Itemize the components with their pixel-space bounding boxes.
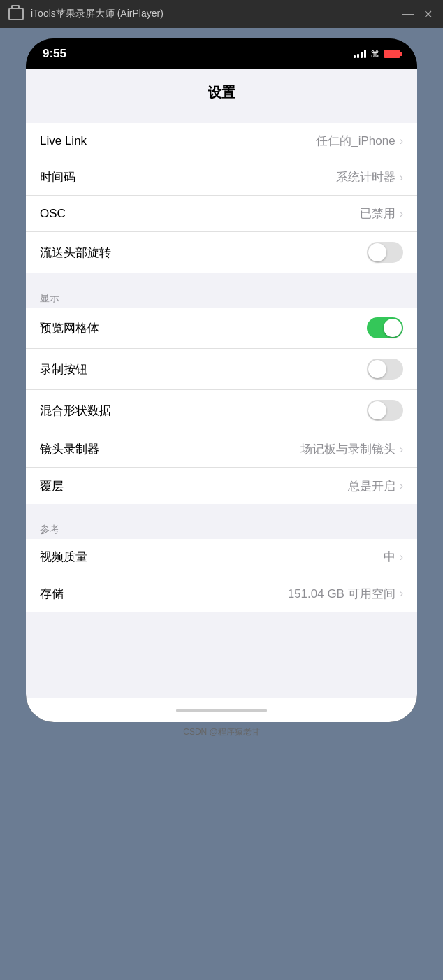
row-preview-grid: 预览网格体	[26, 308, 417, 349]
storage-label: 存储	[40, 586, 64, 602]
row-storage[interactable]: 存储 151.04 GB 可用空间 ›	[26, 575, 417, 612]
blendshape-toggle[interactable]	[367, 400, 403, 421]
signal-bar-1	[354, 55, 356, 58]
minimize-button[interactable]: —	[401, 8, 415, 20]
video-quality-label: 视频质量	[40, 549, 87, 565]
page-title-bar: 设置	[26, 69, 417, 109]
head-rotation-label: 流送头部旋转	[40, 245, 111, 261]
title-bar-title: iTools苹果录屏大师 (AirPlayer)	[31, 8, 394, 20]
camera-recorder-value-text: 场记板与录制镜头	[300, 441, 395, 457]
phone-frame: 9:55 ⌘ 设置 Live Link	[26, 38, 417, 722]
settings-card-display: 预览网格体 录制按钮 混合形状数据	[26, 308, 417, 504]
osc-value-text: 已禁用	[360, 206, 395, 222]
overlay-label: 覆层	[40, 478, 64, 494]
settings-group-reference: 参考 视频质量 中 › 存储 151.04 GB 可用空间 ›	[26, 518, 417, 612]
row-live-link[interactable]: Live Link 任仁的_iPhone ›	[26, 123, 417, 159]
close-button[interactable]: ✕	[421, 8, 435, 21]
settings-group-display: 显示 预览网格体 录制按钮 混合形状数据	[26, 287, 417, 504]
live-link-chevron: ›	[400, 135, 403, 147]
signal-bar-3	[361, 52, 363, 58]
watermark: CSDN @程序猿老甘	[0, 722, 443, 742]
window-controls: — ✕	[401, 8, 435, 21]
row-record-button: 录制按钮	[26, 349, 417, 390]
status-bar: 9:55 ⌘	[26, 38, 417, 69]
settings-card-reference: 视频质量 中 › 存储 151.04 GB 可用空间 ›	[26, 539, 417, 612]
preview-grid-toggle-knob	[384, 319, 402, 337]
settings-content: 设置 Live Link 任仁的_iPhone › 时间码 系统计时器 ›	[26, 69, 417, 698]
storage-value-text: 151.04 GB 可用空间	[288, 586, 395, 602]
row-head-rotation: 流送头部旋转	[26, 232, 417, 273]
row-video-quality[interactable]: 视频质量 中 ›	[26, 539, 417, 575]
battery-icon	[384, 50, 400, 58]
osc-label: OSC	[40, 207, 66, 221]
record-button-label: 录制按钮	[40, 361, 87, 377]
preview-grid-label: 预览网格体	[40, 320, 99, 336]
row-blendshape: 混合形状数据	[26, 390, 417, 431]
video-quality-value: 中 ›	[384, 549, 403, 565]
live-link-value-text: 任仁的_iPhone	[316, 133, 395, 149]
battery-level	[386, 52, 390, 56]
app-icon	[8, 8, 24, 20]
row-camera-recorder[interactable]: 镜头录制器 场记板与录制镜头 ›	[26, 431, 417, 468]
camera-recorder-label: 镜头录制器	[40, 441, 99, 457]
osc-chevron: ›	[400, 208, 403, 220]
video-quality-chevron: ›	[400, 551, 403, 563]
storage-value: 151.04 GB 可用空间 ›	[288, 586, 403, 602]
video-quality-value-text: 中	[384, 549, 395, 565]
home-bar	[176, 709, 267, 712]
blendshape-label: 混合形状数据	[40, 403, 111, 419]
display-group-label: 显示	[26, 287, 417, 308]
settings-card-main: Live Link 任仁的_iPhone › 时间码 系统计时器 › OSC	[26, 123, 417, 273]
status-icons: ⌘	[354, 49, 400, 59]
page-title: 设置	[208, 85, 235, 100]
live-link-value: 任仁的_iPhone ›	[316, 133, 403, 149]
reference-group-label: 参考	[26, 518, 417, 539]
timecode-value-text: 系统计时器	[336, 169, 395, 185]
wifi-icon: ⌘	[370, 49, 379, 59]
spacer-reference	[26, 504, 417, 518]
row-timecode[interactable]: 时间码 系统计时器 ›	[26, 159, 417, 196]
timecode-value: 系统计时器 ›	[336, 169, 403, 185]
signal-bar-4	[364, 50, 366, 58]
row-overlay[interactable]: 覆层 总是开启 ›	[26, 468, 417, 504]
spacer-top	[26, 109, 417, 123]
record-button-toggle-knob	[368, 360, 386, 378]
row-osc[interactable]: OSC 已禁用 ›	[26, 196, 417, 232]
head-rotation-toggle-knob	[368, 243, 386, 261]
status-time: 9:55	[43, 47, 66, 61]
live-link-label: Live Link	[40, 134, 87, 148]
overlay-chevron: ›	[400, 480, 403, 492]
record-button-toggle[interactable]	[367, 359, 403, 380]
timecode-chevron: ›	[400, 171, 403, 184]
signal-bar-2	[357, 54, 359, 58]
preview-grid-toggle[interactable]	[367, 317, 403, 338]
home-indicator	[26, 698, 417, 722]
title-bar: iTools苹果录屏大师 (AirPlayer) — ✕	[0, 0, 443, 28]
storage-chevron: ›	[400, 587, 403, 600]
overlay-value-text: 总是开启	[348, 478, 395, 494]
timecode-label: 时间码	[40, 169, 75, 185]
settings-group-main: Live Link 任仁的_iPhone › 时间码 系统计时器 › OSC	[26, 123, 417, 273]
spacer-display	[26, 273, 417, 287]
signal-bars-icon	[354, 50, 366, 58]
blendshape-toggle-knob	[368, 401, 386, 419]
camera-recorder-chevron: ›	[400, 443, 403, 456]
osc-value: 已禁用 ›	[360, 206, 403, 222]
overlay-value: 总是开启 ›	[348, 478, 403, 494]
camera-recorder-value: 场记板与录制镜头 ›	[300, 441, 403, 457]
head-rotation-toggle[interactable]	[367, 242, 403, 263]
